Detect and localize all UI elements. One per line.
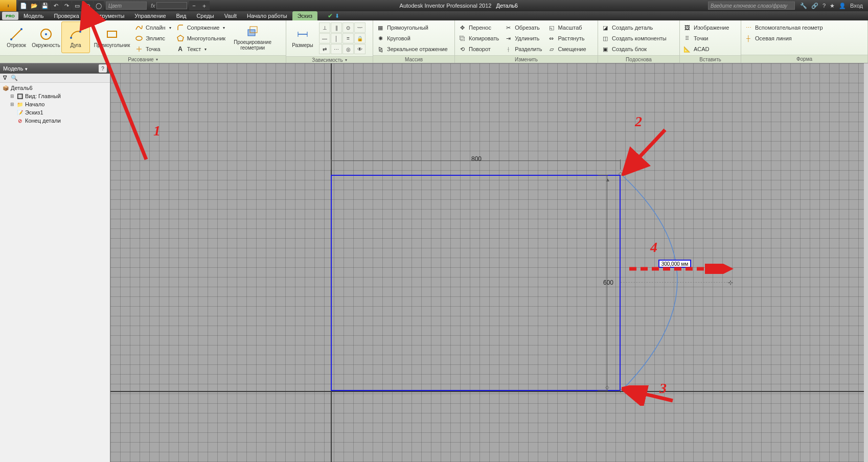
constraint-fix-icon[interactable]: 🔒 (354, 33, 366, 43)
qat-minus-icon[interactable]: − (189, 1, 199, 10)
tree-origin-item[interactable]: ⊞ 📁 Начало (9, 100, 108, 108)
dimension-height-value[interactable]: 600 (601, 279, 615, 286)
tree-sketch-item[interactable]: 📝 Эскиз1 (9, 108, 108, 117)
extend-button[interactable]: ⇥Удлинить (503, 33, 545, 43)
rectangular-pattern-button[interactable]: ▦Прямоугольный (375, 22, 451, 33)
qat-save-icon[interactable]: 💾 (40, 1, 50, 10)
circular-pattern-button[interactable]: ✺Круговой (375, 33, 451, 43)
help-icon[interactable]: ? (823, 3, 826, 9)
constraint-concentric-icon[interactable]: ◎ (342, 44, 354, 54)
tree-view-item[interactable]: ⊞ 🔲 Вид: Главный (9, 92, 108, 100)
model-panel-header[interactable]: Модель ▾ ? (0, 63, 110, 74)
constraint-vertical-icon[interactable]: │ (331, 33, 342, 43)
points-button[interactable]: ⠿Точки (682, 33, 732, 43)
circ-pattern-icon: ✺ (376, 34, 384, 42)
dimension-button[interactable]: Размеры (288, 21, 317, 53)
qat-select-icon[interactable]: ▭ (72, 1, 82, 10)
copy-button[interactable]: ⿻Копировать (457, 33, 502, 43)
constraint-tangent-icon[interactable]: ⊙ (342, 22, 354, 33)
text-button[interactable]: AТекст▾ (175, 44, 229, 54)
qat-material-icon[interactable]: ◐ (83, 1, 93, 10)
menu-environments[interactable]: Среды (191, 11, 219, 20)
menu-view[interactable]: Вид (171, 11, 192, 20)
create-block-button[interactable]: ▣Создать блок (600, 44, 670, 54)
search-input[interactable]: Введите ключевое слово/фразу (708, 2, 795, 10)
stretch-button[interactable]: ⇔Растянуть (546, 33, 589, 43)
app-logo[interactable]: I (0, 0, 16, 11)
menu-getstarted[interactable]: Начало работы (242, 11, 292, 20)
radius-input[interactable]: 300,000 мм (658, 260, 691, 268)
fx-input[interactable] (156, 2, 187, 9)
trim-button[interactable]: ✂Обрезать (503, 22, 545, 33)
key-icon[interactable]: 🔧 (800, 3, 807, 9)
constraint-parallel-icon[interactable]: ∥ (331, 22, 342, 33)
centerline-button[interactable]: ┼Осевая линия (743, 33, 826, 43)
menu-model[interactable]: Модель (18, 11, 49, 20)
ellipse-button[interactable]: Эллипс (134, 33, 174, 43)
constraint-smooth-icon[interactable]: 〰 (354, 22, 366, 33)
search-binoculars-icon[interactable]: 🔍 (11, 75, 18, 81)
create-part-button[interactable]: ◪Создать деталь (600, 22, 670, 33)
arc-button[interactable]: Дуга (61, 21, 90, 53)
fillet-button[interactable]: Сопряжение▾ (175, 22, 229, 33)
dimension-width-value[interactable]: 800 (469, 155, 484, 163)
qat-plus-icon[interactable]: ＋ (199, 1, 210, 10)
tree-sketch-label: Эскиз1 (25, 109, 43, 115)
qat-redo-icon[interactable]: ↷ (61, 1, 72, 10)
qat-undo-icon[interactable]: ↶ (51, 1, 61, 10)
scale-button[interactable]: ◱Масштаб (546, 22, 589, 33)
expander-icon[interactable]: ⊞ (9, 102, 15, 107)
constraint-coincident-icon[interactable]: ⊥ (319, 22, 330, 33)
spline-button[interactable]: Сплайн▾ (134, 22, 174, 33)
tree-root-part[interactable]: 📦 Деталь6 (2, 84, 108, 92)
constraint-collinear-icon[interactable]: ⋯ (331, 44, 342, 54)
constraint-show-icon[interactable]: 👁 (354, 44, 366, 54)
star-icon[interactable]: ★ (830, 3, 835, 9)
constraint-equal-icon[interactable]: = (342, 33, 354, 43)
menu-tools[interactable]: Инструменты (84, 11, 130, 20)
qat-appearance-icon[interactable]: ◯ (94, 1, 104, 10)
point-button[interactable]: Точка (134, 44, 174, 54)
point-icon (135, 45, 143, 53)
rectangle-button[interactable]: Прямоугольник (91, 21, 133, 53)
expander-icon[interactable]: ⊞ (9, 94, 15, 99)
mirror-button[interactable]: ⧎Зеркальное отражение (375, 44, 451, 54)
ribbon-group-layout: ◪Создать деталь ◫Создать компоненты ▣Соз… (598, 20, 680, 63)
doc-name: Деталь6 (496, 3, 518, 9)
filter-icon[interactable]: ∇ (3, 75, 7, 81)
menu-sketch[interactable]: Эскиз (292, 11, 317, 20)
circle-icon (39, 27, 53, 41)
polygon-button[interactable]: Многоугольник (175, 33, 229, 43)
qat-open-icon[interactable]: 📂 (29, 1, 39, 10)
check-icon: ✔ (328, 12, 333, 19)
sketch-rectangle[interactable] (331, 175, 621, 391)
create-components-button[interactable]: ◫Создать компоненты (600, 33, 670, 43)
menu-vault[interactable]: Vault (219, 11, 242, 20)
rotate-button[interactable]: ⟲Поворот (457, 44, 502, 54)
line-button[interactable]: Отрезок (2, 21, 31, 53)
panel-help-icon[interactable]: ? (99, 64, 107, 73)
sketch-canvas[interactable]: 800 600 ⊹ 300,000 мм ▲ ◇ ◇ ◇ 1 2 3 4 (110, 63, 868, 462)
qat-new-icon[interactable]: 📄 (18, 1, 29, 10)
move-button[interactable]: ✥Перенос (457, 22, 502, 33)
copy-label: Копировать (469, 35, 499, 41)
split-button[interactable]: ⟊Разделить (503, 44, 545, 54)
image-icon: 🖼 (683, 24, 691, 32)
login-label[interactable]: Вход (850, 3, 863, 9)
offset-button[interactable]: ▱Смещение (546, 44, 589, 54)
menu-manage[interactable]: Управление (129, 11, 171, 20)
project-geometry-button[interactable]: Проецирование геометрии (230, 21, 276, 53)
constraint-horizontal-icon[interactable]: — (319, 33, 330, 43)
constraint-sym-icon[interactable]: ⇄ (319, 44, 330, 54)
tree-end-item[interactable]: ⊘ Конец детали (9, 117, 108, 125)
color-combo[interactable]: Цвет (106, 2, 147, 10)
construction-button[interactable]: ⋯Вспомогательная геометр (743, 22, 826, 33)
link-icon[interactable]: 🔗 (811, 3, 818, 9)
image-button[interactable]: 🖼Изображение (682, 22, 732, 33)
finish-sketch-button[interactable]: ✔ ⬇ (328, 12, 339, 19)
circle-button[interactable]: Окружность (32, 21, 60, 53)
menu-inspect[interactable]: Проверка (49, 11, 84, 20)
vertical-scrollbar[interactable] (864, 63, 868, 462)
user-icon[interactable]: 👤 (839, 3, 846, 9)
acad-button[interactable]: 📐ACAD (682, 44, 732, 54)
